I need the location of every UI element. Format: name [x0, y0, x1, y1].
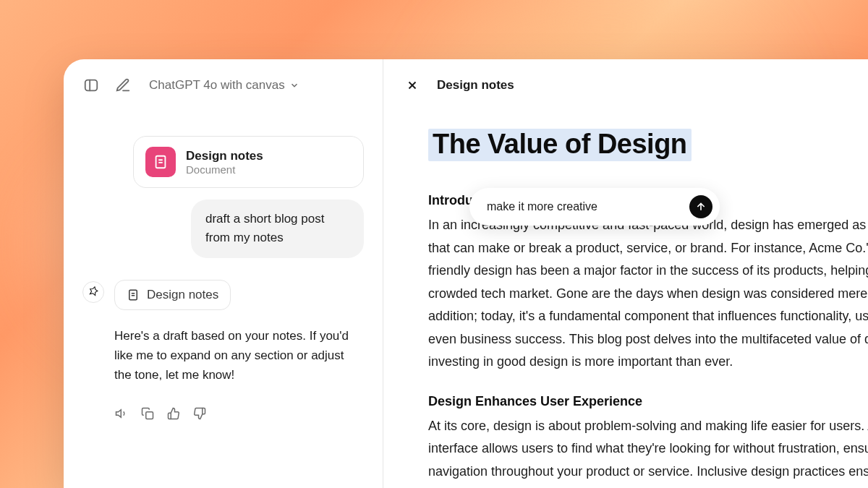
user-message: draft a short blog post from my notes: [191, 200, 364, 258]
attachment-title: Design notes: [186, 149, 263, 163]
assistant-row: Design notes: [82, 280, 364, 310]
close-canvas-icon[interactable]: [404, 77, 421, 94]
inline-edit-prompt[interactable]: [469, 188, 720, 226]
app-window: ChatGPT 4o with canvas Design notes Docu…: [64, 59, 868, 488]
edit-input[interactable]: [487, 200, 617, 213]
model-selector[interactable]: ChatGPT 4o with canvas: [149, 78, 299, 93]
copy-icon[interactable]: [140, 406, 155, 421]
document-icon: [145, 147, 176, 177]
sidebar-toggle-icon[interactable]: [82, 77, 100, 94]
document-heading[interactable]: The Value of Design: [428, 129, 692, 161]
svg-rect-0: [85, 80, 98, 91]
chat-panel: ChatGPT 4o with canvas Design notes Docu…: [64, 59, 383, 488]
section-subhead: Design Enhances User Experience: [428, 394, 868, 409]
attachment-subtitle: Document: [186, 163, 263, 176]
canvas-header: Design notes: [383, 59, 868, 107]
model-label: ChatGPT 4o with canvas: [149, 78, 285, 93]
canvas-title: Design notes: [437, 78, 514, 93]
assistant-message: Here's a draft based on your notes. If y…: [114, 326, 364, 385]
canvas-document[interactable]: The Value of Design Introduction In an i…: [383, 107, 868, 488]
canvas-reference-chip[interactable]: Design notes: [114, 280, 231, 310]
message-actions: [114, 406, 364, 421]
speak-icon[interactable]: [114, 406, 129, 421]
svg-marker-8: [116, 410, 122, 418]
submit-edit-button[interactable]: [689, 195, 712, 218]
svg-rect-9: [146, 412, 153, 419]
section-paragraph: At its core, design is about problem-sol…: [428, 415, 868, 484]
chevron-down-icon: [289, 80, 299, 90]
chat-body: Design notes Document draft a short blog…: [64, 107, 383, 421]
canvas-chip-label: Design notes: [147, 288, 218, 302]
openai-icon: [87, 286, 100, 299]
attachment-card[interactable]: Design notes Document: [133, 136, 364, 188]
section-paragraph: In an increasingly competitive and fast-…: [428, 214, 868, 374]
arrow-up-icon: [695, 201, 707, 213]
document-icon: [127, 288, 140, 301]
thumbs-down-icon[interactable]: [192, 406, 207, 421]
section-ux: Design Enhances User Experience At its c…: [428, 394, 868, 484]
canvas-panel: Design notes The Value of Design Introdu…: [383, 59, 868, 488]
assistant-avatar: [82, 281, 104, 303]
chat-header: ChatGPT 4o with canvas: [64, 59, 383, 107]
new-chat-icon[interactable]: [114, 77, 132, 94]
thumbs-up-icon[interactable]: [166, 406, 181, 421]
